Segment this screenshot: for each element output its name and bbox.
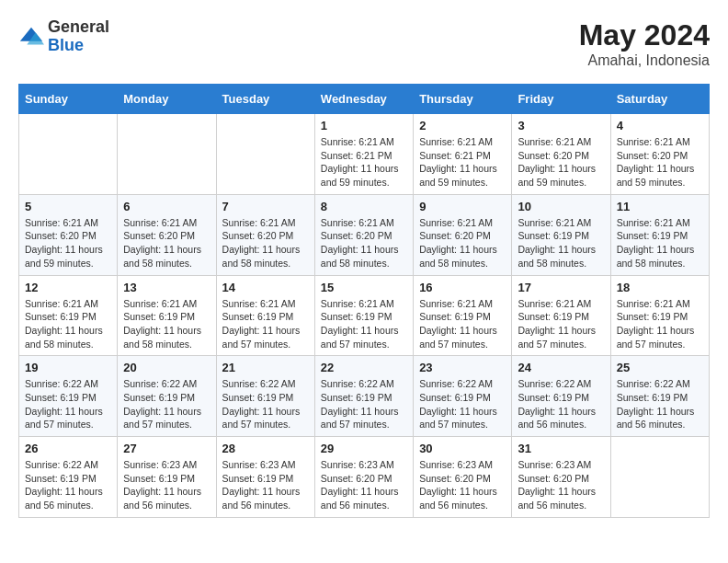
day-info: Sunrise: 6:21 AMSunset: 6:19 PMDaylight:… xyxy=(419,297,506,351)
day-number: 1 xyxy=(321,119,407,132)
logo: General Blue xyxy=(18,18,109,55)
day-info: Sunrise: 6:21 AMSunset: 6:20 PMDaylight:… xyxy=(222,216,309,270)
day-number: 6 xyxy=(123,200,210,213)
calendar-day-cell: 29Sunrise: 6:23 AMSunset: 6:20 PMDayligh… xyxy=(314,437,413,518)
day-info: Sunrise: 6:21 AMSunset: 6:20 PMDaylight:… xyxy=(321,216,407,270)
calendar-day-cell: 31Sunrise: 6:23 AMSunset: 6:20 PMDayligh… xyxy=(512,437,610,518)
calendar-day-cell: 13Sunrise: 6:21 AMSunset: 6:19 PMDayligh… xyxy=(118,275,216,356)
month-year-title: May 2024 xyxy=(579,18,710,52)
calendar-day-cell: 16Sunrise: 6:21 AMSunset: 6:19 PMDayligh… xyxy=(414,275,512,356)
day-number: 18 xyxy=(617,281,703,294)
day-info: Sunrise: 6:21 AMSunset: 6:19 PMDaylight:… xyxy=(617,297,703,351)
day-number: 9 xyxy=(419,200,506,213)
calendar-day-cell: 14Sunrise: 6:21 AMSunset: 6:19 PMDayligh… xyxy=(216,275,314,356)
day-number: 14 xyxy=(222,281,309,294)
day-of-week-header: Monday xyxy=(118,85,216,114)
day-of-week-header: Friday xyxy=(512,85,610,114)
day-number: 26 xyxy=(25,442,111,455)
calendar-day-cell: 1Sunrise: 6:21 AMSunset: 6:21 PMDaylight… xyxy=(314,114,413,195)
day-info: Sunrise: 6:21 AMSunset: 6:19 PMDaylight:… xyxy=(321,297,407,351)
calendar-day-cell: 5Sunrise: 6:21 AMSunset: 6:20 PMDaylight… xyxy=(19,194,118,275)
day-number: 5 xyxy=(25,200,111,213)
calendar-day-cell: 8Sunrise: 6:21 AMSunset: 6:20 PMDaylight… xyxy=(314,194,413,275)
calendar-day-cell xyxy=(610,437,709,518)
day-info: Sunrise: 6:23 AMSunset: 6:20 PMDaylight:… xyxy=(419,458,506,512)
day-info: Sunrise: 6:21 AMSunset: 6:19 PMDaylight:… xyxy=(518,216,604,270)
day-info: Sunrise: 6:21 AMSunset: 6:20 PMDaylight:… xyxy=(617,135,703,190)
calendar-week-row: 1Sunrise: 6:21 AMSunset: 6:21 PMDaylight… xyxy=(19,114,710,195)
calendar-week-row: 26Sunrise: 6:22 AMSunset: 6:19 PMDayligh… xyxy=(19,437,710,518)
day-number: 22 xyxy=(321,361,407,374)
day-number: 13 xyxy=(123,281,210,294)
day-number: 2 xyxy=(419,119,506,132)
day-info: Sunrise: 6:22 AMSunset: 6:19 PMDaylight:… xyxy=(123,377,210,431)
calendar-day-cell: 23Sunrise: 6:22 AMSunset: 6:19 PMDayligh… xyxy=(414,356,512,437)
day-info: Sunrise: 6:22 AMSunset: 6:19 PMDaylight:… xyxy=(222,377,309,431)
day-number: 16 xyxy=(419,281,506,294)
day-of-week-header: Sunday xyxy=(19,85,118,114)
day-number: 24 xyxy=(518,361,604,374)
calendar-day-cell: 7Sunrise: 6:21 AMSunset: 6:20 PMDaylight… xyxy=(216,194,314,275)
day-info: Sunrise: 6:21 AMSunset: 6:19 PMDaylight:… xyxy=(123,297,210,351)
day-info: Sunrise: 6:22 AMSunset: 6:19 PMDaylight:… xyxy=(25,458,111,512)
day-number: 11 xyxy=(617,200,703,213)
day-number: 28 xyxy=(222,442,309,455)
day-info: Sunrise: 6:21 AMSunset: 6:20 PMDaylight:… xyxy=(419,216,506,270)
calendar-day-cell: 17Sunrise: 6:21 AMSunset: 6:19 PMDayligh… xyxy=(512,275,610,356)
calendar-day-cell xyxy=(216,114,314,195)
day-number: 23 xyxy=(419,361,506,374)
calendar-day-cell: 3Sunrise: 6:21 AMSunset: 6:20 PMDaylight… xyxy=(512,114,610,195)
day-number: 8 xyxy=(321,200,407,213)
day-info: Sunrise: 6:22 AMSunset: 6:19 PMDaylight:… xyxy=(518,377,604,431)
calendar-day-cell: 25Sunrise: 6:22 AMSunset: 6:19 PMDayligh… xyxy=(610,356,709,437)
day-info: Sunrise: 6:23 AMSunset: 6:20 PMDaylight:… xyxy=(321,458,407,512)
calendar-day-cell: 22Sunrise: 6:22 AMSunset: 6:19 PMDayligh… xyxy=(314,356,413,437)
calendar-day-cell: 2Sunrise: 6:21 AMSunset: 6:21 PMDaylight… xyxy=(414,114,512,195)
day-of-week-header: Thursday xyxy=(414,85,512,114)
day-info: Sunrise: 6:22 AMSunset: 6:19 PMDaylight:… xyxy=(617,377,703,431)
day-info: Sunrise: 6:21 AMSunset: 6:20 PMDaylight:… xyxy=(518,135,604,190)
page-header: General Blue May 2024 Amahai, Indonesia xyxy=(18,18,710,69)
day-info: Sunrise: 6:21 AMSunset: 6:20 PMDaylight:… xyxy=(25,216,111,270)
day-number: 29 xyxy=(321,442,407,455)
day-info: Sunrise: 6:22 AMSunset: 6:19 PMDaylight:… xyxy=(419,377,506,431)
calendar-week-row: 12Sunrise: 6:21 AMSunset: 6:19 PMDayligh… xyxy=(19,275,710,356)
calendar-day-cell: 6Sunrise: 6:21 AMSunset: 6:20 PMDaylight… xyxy=(118,194,216,275)
day-number: 31 xyxy=(518,442,604,455)
day-of-week-header: Saturday xyxy=(610,85,709,114)
day-number: 21 xyxy=(222,361,309,374)
day-info: Sunrise: 6:23 AMSunset: 6:19 PMDaylight:… xyxy=(123,458,210,512)
day-of-week-header: Wednesday xyxy=(314,85,413,114)
day-info: Sunrise: 6:21 AMSunset: 6:21 PMDaylight:… xyxy=(321,135,407,190)
title-block: May 2024 Amahai, Indonesia xyxy=(579,18,710,69)
calendar-day-cell: 10Sunrise: 6:21 AMSunset: 6:19 PMDayligh… xyxy=(512,194,610,275)
day-info: Sunrise: 6:21 AMSunset: 6:21 PMDaylight:… xyxy=(419,135,506,190)
day-number: 4 xyxy=(617,119,703,132)
calendar-day-cell: 19Sunrise: 6:22 AMSunset: 6:19 PMDayligh… xyxy=(19,356,118,437)
day-number: 10 xyxy=(518,200,604,213)
logo-icon xyxy=(18,24,44,50)
calendar-table: SundayMondayTuesdayWednesdayThursdayFrid… xyxy=(18,84,710,518)
calendar-day-cell: 4Sunrise: 6:21 AMSunset: 6:20 PMDaylight… xyxy=(610,114,709,195)
calendar-day-cell: 30Sunrise: 6:23 AMSunset: 6:20 PMDayligh… xyxy=(414,437,512,518)
calendar-day-cell: 18Sunrise: 6:21 AMSunset: 6:19 PMDayligh… xyxy=(610,275,709,356)
day-info: Sunrise: 6:23 AMSunset: 6:20 PMDaylight:… xyxy=(518,458,604,512)
day-number: 30 xyxy=(419,442,506,455)
calendar-day-cell xyxy=(118,114,216,195)
day-number: 12 xyxy=(25,281,111,294)
day-number: 19 xyxy=(25,361,111,374)
logo-blue-text: Blue xyxy=(48,36,84,54)
calendar-day-cell: 21Sunrise: 6:22 AMSunset: 6:19 PMDayligh… xyxy=(216,356,314,437)
day-info: Sunrise: 6:21 AMSunset: 6:19 PMDaylight:… xyxy=(518,297,604,351)
calendar-week-row: 5Sunrise: 6:21 AMSunset: 6:20 PMDaylight… xyxy=(19,194,710,275)
day-number: 7 xyxy=(222,200,309,213)
day-info: Sunrise: 6:21 AMSunset: 6:19 PMDaylight:… xyxy=(617,216,703,270)
calendar-day-cell: 27Sunrise: 6:23 AMSunset: 6:19 PMDayligh… xyxy=(118,437,216,518)
day-of-week-header: Tuesday xyxy=(216,85,314,114)
day-number: 3 xyxy=(518,119,604,132)
day-number: 20 xyxy=(123,361,210,374)
day-info: Sunrise: 6:21 AMSunset: 6:19 PMDaylight:… xyxy=(222,297,309,351)
calendar-day-cell: 11Sunrise: 6:21 AMSunset: 6:19 PMDayligh… xyxy=(610,194,709,275)
day-number: 17 xyxy=(518,281,604,294)
day-info: Sunrise: 6:22 AMSunset: 6:19 PMDaylight:… xyxy=(321,377,407,431)
